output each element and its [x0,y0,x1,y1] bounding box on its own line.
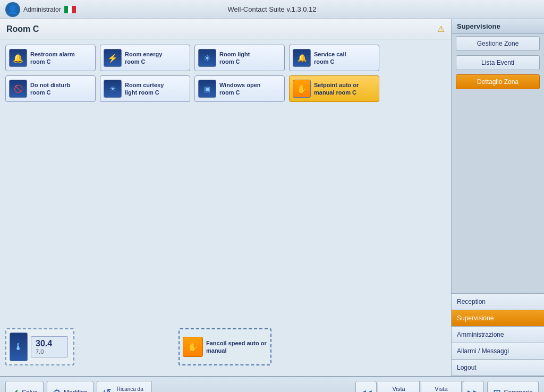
warning-icon: ⚠ [437,24,445,34]
device-row-2: 🚫 Do not disturbroom C ☀ Room curtesylig… [5,75,446,102]
edit-label: Modifica [64,389,88,392]
light-icon: ☀ [198,49,216,67]
sidebar-nav-amministrazione[interactable]: Amministrazione [452,327,544,343]
sidebar-spacer [452,91,544,293]
tile-do-not-disturb[interactable]: 🚫 Do not disturbroom C [5,75,96,102]
temp-main-value: 30.4 [36,339,63,348]
tile-restroom-alarm[interactable]: 🔔 Restroom alarmroom C [5,45,96,71]
sidebar-btn-gestione-zone[interactable]: Gestione Zone [456,36,540,51]
flash-icon: ⚡ [104,49,122,67]
fancoil-label: Fancoil speed auto or manual [206,339,267,355]
reload-icon [103,386,112,392]
prev-nav-button[interactable]: ◀ [355,381,377,392]
tile-setpoint-auto[interactable]: ✋ Setpoint auto ormanual room C [289,75,379,102]
temperature-values: 30.4 7.0 [31,336,68,357]
next-label: Vista Successiva [421,381,462,392]
tile-room-curtesy[interactable]: ☀ Room curtesylight room C [100,75,190,102]
device-row-bottom: 🌡 30.4 7.0 ✋ Fancoil speed auto or manua… [5,328,446,365]
tile-room-curtesy-label: Room curtesylight room C [125,81,164,97]
room-header: Room C ⚠ [0,19,451,39]
window-icon: ▣ [198,80,216,98]
page-title: Room C [6,24,39,34]
save-icon [11,387,19,393]
sidebar-nav-supervisione[interactable]: Supervisione [452,310,544,327]
tile-windows-open[interactable]: ▣ Windows openroom C [194,75,285,102]
edit-button[interactable]: Modifica [47,381,94,392]
fancoil-icon: ✋ [183,337,203,357]
prev-label: Vista Precedente [378,381,419,392]
sidebar-nav-logout[interactable]: Logout [452,360,544,376]
device-row-1: 🔔 Restroom alarmroom C ⚡ Room energyroom… [5,45,446,71]
fancoil-widget[interactable]: ✋ Fancoil speed auto or manual [178,328,271,365]
next-nav-button[interactable]: ▶ [463,381,484,392]
tile-service-call-label: Service callroom C [314,50,346,66]
device-grid: 🔔 Restroom alarmroom C ⚡ Room energyroom… [0,39,451,376]
content-area: Room C ⚠ 🔔 Restroom alarmroom C ⚡ Room e… [0,19,451,376]
nav-btn-group: ◀ Vista Precedente Vista Successiva ▶ [355,381,484,392]
app-title: Well-Contact Suite v.1.3.0.12 [227,5,316,13]
reload-label: Ricarica da Config. ETS [114,386,146,392]
temp-sub-value: 7.0 [36,348,63,355]
save-button[interactable]: Salva [5,381,44,392]
temperature-widget: 🌡 30.4 7.0 [5,328,74,365]
thermometer-icon: 🌡 [10,333,28,361]
tile-windows-open-label: Windows openroom C [219,81,261,97]
person-icon [7,4,18,14]
sidebar-nav-section: Reception Supervisione Amministrazione A… [452,293,544,376]
tile-setpoint-auto-label: Setpoint auto ormanual room C [314,81,359,97]
reload-button[interactable]: Ricarica da Config. ETS [97,381,152,392]
prev-label-text: Vista [392,385,405,392]
right-sidebar: Supervisione Gestione Zone Lista Eventi … [451,19,544,376]
bottom-toolbar: Salva Modifica Ricarica da Config. ETS ◀… [0,376,544,392]
setpoint-icon: ✋ [293,80,311,98]
tile-service-call[interactable]: 🔔 Service callroom C [289,45,379,71]
next-label-text: Vista [435,385,447,392]
service-icon: 🔔 [293,49,311,67]
summary-label: Sommario [504,389,533,392]
top-bar: Administrator Well-Contact Suite v.1.3.0… [0,0,544,19]
sidebar-btn-lista-eventi[interactable]: Lista Eventi [456,55,540,70]
tile-room-energy-label: Room energyroom C [125,50,162,66]
avatar [5,2,20,17]
tile-restroom-alarm-label: Restroom alarmroom C [30,50,75,66]
sidebar-nav-allarmi[interactable]: Allarmi / Messaggi [452,343,544,360]
sidebar-nav-reception[interactable]: Reception [452,294,544,310]
grid-spacer [5,106,446,324]
dnd-icon: 🚫 [9,80,27,98]
tile-room-light[interactable]: ☀ Room lightroom C [194,45,285,71]
summary-icon [493,387,501,393]
sidebar-section-title: Supervisione [452,19,544,34]
bell-icon: 🔔 [9,49,27,67]
prev-icon: ◀ [360,388,372,392]
flag-icon [64,6,76,13]
main-layout: Room C ⚠ 🔔 Restroom alarmroom C ⚡ Room e… [0,19,544,376]
tile-room-light-label: Room lightroom C [219,50,250,66]
tile-room-energy[interactable]: ⚡ Room energyroom C [100,45,190,71]
next-icon: ▶ [468,388,479,392]
tile-do-not-disturb-label: Do not disturbroom C [30,81,70,97]
username-label: Administrator [23,6,61,13]
user-info: Administrator [5,2,76,17]
sidebar-btn-dettaglio-zona[interactable]: Dettaglio Zona [456,74,540,89]
summary-button[interactable]: Sommario [487,381,539,392]
edit-icon [53,387,61,393]
curtain-icon: ☀ [104,80,122,98]
save-label: Salva [22,389,38,392]
